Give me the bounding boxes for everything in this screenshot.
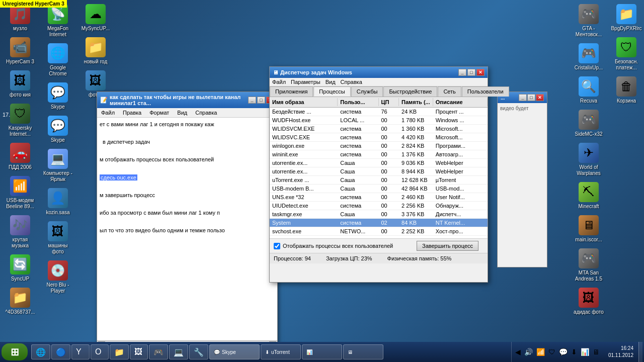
- tm-tab-Приложения[interactable]: Приложения: [270, 86, 313, 97]
- desktop-icon-megafon[interactable]: 📡 MegaFon Internet: [40, 3, 75, 39]
- desktop-icon-modem[interactable]: 📶 USB-модем Beeline 89...: [3, 174, 38, 211]
- side-win-max[interactable]: □: [527, 94, 535, 101]
- notepad-menu-Файл[interactable]: Файл: [100, 109, 116, 116]
- notepad-minimize[interactable]: _: [248, 97, 256, 104]
- desktop-icon-syncup[interactable]: 🔄 SyncUP: [3, 253, 38, 284]
- table-row[interactable]: WUDFHost.exe LOCAL ... 00 1 780 KB Windo…: [270, 116, 488, 125]
- table-row[interactable]: WLIDSVCM.EXE система 00 1 360 KB Microso…: [270, 125, 488, 133]
- desktop-icon-iscor[interactable]: 🖥 main.iscor...: [571, 214, 606, 244]
- taskbar-folder[interactable]: 📁: [110, 344, 129, 359]
- desktop-icons-right: 🎮 GTA - Ментовск... 🎮 CristalixUp... 🔍 R…: [571, 3, 641, 324]
- tray-net[interactable]: 📶: [535, 347, 546, 357]
- taskbar-opera[interactable]: O: [91, 344, 109, 359]
- desktop-icon-music2[interactable]: 🎶 крутая музыка: [3, 214, 38, 250]
- tm-menu-Параметры[interactable]: Параметры: [291, 79, 320, 85]
- taskbar-ie[interactable]: 🌐: [31, 344, 50, 359]
- tm-table-body[interactable]: Бездействие ... система 76 24 KB Процент…: [270, 108, 488, 238]
- taskbar-skype[interactable]: 💬 Skype: [209, 344, 260, 359]
- notepad-menu-Справка[interactable]: Справка: [194, 109, 218, 116]
- tm-end-process-btn[interactable]: Завершить процесс: [417, 241, 478, 251]
- taskbar-item8[interactable]: 🔧: [189, 344, 208, 359]
- tm-minimize[interactable]: _: [458, 69, 466, 76]
- taskbar-bars[interactable]: 📊: [302, 344, 342, 359]
- table-row[interactable]: Бездействие ... система 76 24 KB Процент…: [270, 108, 488, 116]
- taskbar-chrome[interactable]: 🔵: [51, 344, 70, 359]
- taskbar-item5[interactable]: 🖼: [130, 344, 148, 359]
- taskbar-display[interactable]: 🖥: [343, 344, 383, 359]
- tray-display[interactable]: 🖥: [592, 347, 601, 357]
- tm-tab-Службы[interactable]: Службы: [351, 86, 383, 97]
- notepad-maximize[interactable]: □: [257, 97, 265, 104]
- desktop-icon-mc[interactable]: ⛏ Minecraft: [571, 180, 606, 211]
- tray-shield[interactable]: 🛡: [547, 347, 556, 357]
- taskbar-item7[interactable]: 💻: [169, 344, 188, 359]
- table-row[interactable]: svchost.exe NETWO... 00 2 252 KB Хост-пр…: [270, 227, 488, 236]
- tray-skype[interactable]: 💬: [558, 347, 569, 357]
- table-row[interactable]: UIUDetect.exe система 00 2 256 KB Обнару…: [270, 202, 488, 210]
- desktop-icon-cristalix[interactable]: 🎮 CristalixUp...: [571, 42, 606, 72]
- taskbar-utorrent[interactable]: ⬇ uTorrent: [261, 344, 301, 359]
- table-row[interactable]: winlogon.exe система 00 2 824 KB Програм…: [270, 142, 488, 150]
- desktop-icon-gta[interactable]: 🎮 GTA - Ментовск...: [571, 3, 606, 39]
- desktop-icon-mta[interactable]: 🎮 MTA San Andreas 1.5: [571, 247, 606, 284]
- desktop-icon-mySyncUP[interactable]: ☁ MySyncUP...: [78, 3, 113, 33]
- tm-close[interactable]: ✕: [476, 69, 485, 76]
- table-row[interactable]: UNS.exe *32 система 00 2 460 KB User Not…: [270, 193, 488, 202]
- system-clock[interactable]: 16:24 01.11.2012: [604, 344, 637, 360]
- tm-tab-Быстродействие[interactable]: Быстродействие: [383, 86, 437, 97]
- tm-maximize[interactable]: □: [467, 69, 475, 76]
- desktop-icon-world[interactable]: ✈ World of Warplanes: [571, 141, 606, 178]
- table-row[interactable]: utorrentie.ex... Саша 00 9 036 KB WebHel…: [270, 159, 488, 167]
- table-row[interactable]: System система 02 84 KB NT Kernel...: [270, 219, 488, 227]
- table-row[interactable]: utorrentie.ex... Саша 00 8 944 KB WebHel…: [270, 167, 488, 176]
- desktop-icon-noviy[interactable]: 📁 новый год: [78, 36, 113, 66]
- table-row[interactable]: uTorrent.exe ... Саша 00 12 628 KB µTorr…: [270, 176, 488, 185]
- side-win-min[interactable]: _: [519, 94, 527, 101]
- icon-img-kozin: 👤: [48, 188, 68, 208]
- tm-tab-Пользователи[interactable]: Пользователи: [462, 86, 509, 97]
- tray-vol[interactable]: 🔊: [523, 347, 534, 357]
- notepad-menu-Формат[interactable]: Формат: [148, 109, 171, 116]
- tm-menu-Справка[interactable]: Справка: [341, 79, 362, 85]
- table-row[interactable]: taskmgr.exe Саша 00 3 376 KB Диспетч...: [270, 210, 488, 219]
- desktop-icon-4d[interactable]: 📁 ^4D368737...: [3, 286, 38, 317]
- desktop-icon-nero[interactable]: 💿 Nero Blu - Player: [40, 259, 75, 296]
- desktop-icon-bezop[interactable]: 🛡 Безопасн. платеж...: [609, 36, 644, 72]
- desktop-icon-skype2[interactable]: 💬 Skype: [40, 114, 75, 145]
- desktop-icon-comp[interactable]: 💻 Компьютер - Ярлык: [40, 147, 75, 184]
- table-row[interactable]: wininit.exe система 00 1 376 KB Автозагр…: [270, 150, 488, 159]
- desktop-icon-pgpx[interactable]: 📁 BpgDyPXRlrc: [609, 3, 644, 33]
- start-button[interactable]: ⊞: [2, 343, 28, 360]
- desktop-icon-korzina[interactable]: 🗑 Корзина: [609, 75, 644, 106]
- desktop-icon-skype1[interactable]: 💬 Skype: [40, 81, 75, 112]
- tray-arrow[interactable]: ◀: [514, 347, 522, 357]
- tm-tab-Сеть[interactable]: Сеть: [438, 86, 461, 97]
- desktop-icon-hypercam[interactable]: 📹 HyperCam 3: [3, 36, 38, 66]
- table-row[interactable]: USB-modem B... Саша 00 42 864 KB USB-mod…: [270, 185, 488, 193]
- taskbar-item6[interactable]: 🎮: [149, 344, 168, 359]
- tm-menu-Файл[interactable]: Файл: [272, 79, 286, 85]
- notepad-menu-Вид[interactable]: Вид: [176, 109, 189, 116]
- desktop-icon-foto-kiya[interactable]: 🖼 фото кия: [3, 69, 38, 100]
- proc-desc: Диспетч...: [433, 210, 488, 218]
- opera-icon: O: [95, 347, 101, 356]
- tray-chart[interactable]: 📊: [580, 347, 590, 357]
- tray-dl[interactable]: ⬇: [570, 347, 578, 357]
- desktop-icon-kaspersky[interactable]: 🛡 Kaspersky Internet...: [3, 102, 38, 139]
- side-win-close[interactable]: ✕: [536, 94, 544, 101]
- table-row[interactable]: WLIDSVC.EXE система 00 4 420 KB Microsof…: [270, 133, 488, 142]
- notepad-menu-Правка[interactable]: Правка: [121, 109, 143, 116]
- desktop-icon-chrome[interactable]: 🌐 Google Chrome: [40, 42, 75, 78]
- tm-show-all-checkbox[interactable]: [274, 243, 280, 249]
- tm-tab-Процессы[interactable]: Процессы: [313, 86, 350, 97]
- desktop-icon-pdd2006[interactable]: 🚗 ПДД 2006: [3, 141, 38, 172]
- desktop-icon-kozin[interactable]: 👤 kozin.sasa: [40, 187, 75, 217]
- proc-desc: Обнаруж...: [433, 202, 488, 210]
- desktop-icon-adidas[interactable]: 🖼 адидас фото: [571, 286, 606, 317]
- desktop-icon-mashin[interactable]: 🖼 машины фото: [40, 220, 75, 256]
- taskbar-yandex[interactable]: Y: [71, 344, 90, 359]
- desktop-icon-recuva[interactable]: 🔍 Recuva: [571, 75, 606, 106]
- tm-menu-Вид[interactable]: Вид: [326, 79, 336, 85]
- show-desktop-btn[interactable]: [638, 342, 642, 362]
- desktop-icon-sidemc[interactable]: 🎮 SideMC-x32: [571, 108, 606, 139]
